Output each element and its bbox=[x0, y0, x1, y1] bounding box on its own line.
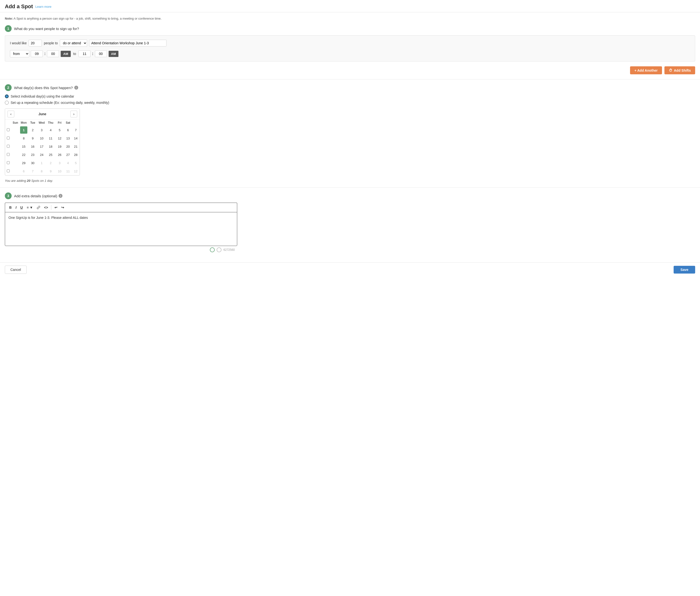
cal-day[interactable]: 25 bbox=[47, 151, 54, 158]
cal-day[interactable]: 8 bbox=[38, 168, 45, 175]
to-hour-input[interactable] bbox=[78, 50, 91, 57]
cal-day[interactable]: 10 bbox=[38, 134, 45, 142]
cal-day[interactable]: 18 bbox=[47, 143, 54, 150]
cal-day[interactable]: 4 bbox=[47, 126, 54, 134]
i-would-like-label: I would like bbox=[10, 41, 27, 45]
radio-group: Select individual day(s) using the calen… bbox=[5, 94, 695, 105]
cal-day[interactable]: 4 bbox=[65, 159, 72, 167]
code-button[interactable]: <> bbox=[43, 205, 49, 210]
cal-week-checkbox[interactable] bbox=[7, 145, 10, 148]
cal-week-checkbox[interactable] bbox=[7, 170, 10, 172]
cal-day[interactable]: 3 bbox=[38, 126, 45, 134]
from-am-button[interactable]: AM bbox=[60, 51, 71, 57]
cal-day[interactable]: 10 bbox=[56, 168, 63, 175]
step2-section: 2 What day(s) does this Spot happen? i S… bbox=[5, 84, 695, 182]
page-footer: Cancel Save bbox=[0, 263, 700, 277]
cal-week-row: 15161718192021 bbox=[5, 142, 80, 151]
cal-day[interactable]: 12 bbox=[56, 134, 63, 142]
cal-day[interactable]: 8 bbox=[20, 134, 27, 142]
people-count-input[interactable] bbox=[29, 40, 42, 47]
editor-area[interactable]: One SignUp is for June 1-3. Please atten… bbox=[5, 212, 237, 246]
cal-day[interactable]: 9 bbox=[29, 134, 36, 142]
cal-header-wed: Wed bbox=[37, 120, 46, 126]
colon2: : bbox=[92, 52, 93, 56]
cal-day[interactable]: 29 bbox=[20, 159, 27, 167]
step3-badge: 3 bbox=[5, 193, 11, 199]
cal-day[interactable]: 23 bbox=[29, 151, 36, 158]
cal-day[interactable]: 9 bbox=[47, 168, 54, 175]
to-am-button[interactable]: AM bbox=[108, 51, 119, 57]
radio-repeating[interactable] bbox=[5, 101, 9, 105]
add-another-button[interactable]: + Add Another bbox=[630, 66, 662, 74]
undo-button[interactable]: ↩ bbox=[53, 205, 58, 210]
cal-day[interactable]: 7 bbox=[29, 168, 36, 175]
cal-day[interactable]: 26 bbox=[56, 151, 63, 158]
cal-day[interactable]: 2 bbox=[47, 159, 54, 167]
description-input[interactable] bbox=[89, 40, 167, 47]
cancel-button[interactable]: Cancel bbox=[5, 266, 27, 274]
cal-day[interactable]: 3 bbox=[56, 159, 63, 167]
cal-week-checkbox[interactable] bbox=[7, 136, 10, 140]
radio-individual[interactable] bbox=[5, 94, 9, 98]
cal-day[interactable]: 22 bbox=[20, 151, 27, 158]
step1-box: I would like people to do or attend brin… bbox=[5, 35, 695, 61]
step3-info-icon[interactable]: i bbox=[58, 194, 62, 198]
add-shifts-button[interactable]: ⏱ Add Shifts bbox=[665, 66, 695, 74]
save-button[interactable]: Save bbox=[674, 266, 695, 274]
cal-day[interactable]: 20 bbox=[65, 143, 72, 150]
radio-repeating-label[interactable]: Set up a repeating schedule (Ex: occurri… bbox=[5, 101, 695, 105]
cal-week-row: 293012345 bbox=[5, 159, 80, 167]
learn-more-link[interactable]: Learn more bbox=[35, 5, 51, 8]
cal-day[interactable]: 1 bbox=[38, 159, 45, 167]
cal-day[interactable]: 5 bbox=[72, 159, 79, 167]
cal-week-row: 6789101112 bbox=[5, 167, 80, 175]
cal-next-button[interactable]: › bbox=[70, 110, 77, 117]
cal-day[interactable]: 12 bbox=[72, 168, 79, 175]
cal-day[interactable]: 11 bbox=[47, 134, 54, 142]
cal-header-thu: Thu bbox=[46, 120, 55, 126]
cal-day[interactable]: 15 bbox=[20, 143, 27, 150]
cal-day[interactable]: 24 bbox=[38, 151, 45, 158]
cal-day[interactable]: 7 bbox=[72, 126, 79, 134]
cal-month-label: June bbox=[39, 112, 47, 116]
cal-day[interactable]: 21 bbox=[72, 143, 79, 150]
cal-day[interactable]: 28 bbox=[72, 151, 79, 158]
step1-buttons: + Add Another ⏱ Add Shifts bbox=[5, 66, 695, 74]
cal-day[interactable]: 1 bbox=[20, 126, 27, 134]
from-hour-input[interactable] bbox=[31, 50, 43, 57]
cal-day[interactable]: 16 bbox=[29, 143, 36, 150]
cal-day[interactable]: 17 bbox=[38, 143, 45, 150]
bold-button[interactable]: B bbox=[8, 205, 13, 210]
cal-week-checkbox[interactable] bbox=[7, 161, 10, 164]
cal-day[interactable]: 2 bbox=[29, 126, 36, 134]
cal-day[interactable]: 14 bbox=[72, 134, 79, 142]
from-min-input[interactable] bbox=[47, 50, 59, 57]
underline-button[interactable]: U bbox=[19, 205, 24, 210]
redo-button[interactable]: ↪ bbox=[60, 205, 65, 210]
cal-day[interactable]: 30 bbox=[29, 159, 36, 167]
cal-week-row: 891011121314 bbox=[5, 134, 80, 142]
cal-day[interactable]: 6 bbox=[20, 168, 27, 175]
time-type-select[interactable]: from at none bbox=[10, 50, 29, 57]
calendar: ‹ June › Sun Mon Tue Wed Thu Fri Sat bbox=[5, 108, 80, 175]
radio-individual-label[interactable]: Select individual day(s) using the calen… bbox=[5, 94, 695, 98]
cal-day[interactable]: 6 bbox=[65, 126, 72, 134]
radio-individual-text: Select individual day(s) using the calen… bbox=[11, 94, 74, 98]
cal-prev-button[interactable]: ‹ bbox=[7, 110, 14, 117]
cal-week-row: 1234567 bbox=[5, 126, 80, 134]
step2-info-icon[interactable]: i bbox=[74, 86, 78, 90]
to-min-input[interactable] bbox=[95, 50, 107, 57]
action-select[interactable]: do or attend bring lead bbox=[60, 40, 87, 47]
link-button[interactable] bbox=[35, 205, 42, 210]
cal-day[interactable]: 27 bbox=[65, 151, 72, 158]
cal-week-checkbox[interactable] bbox=[7, 128, 10, 131]
italic-button[interactable]: I bbox=[14, 205, 18, 210]
cal-day[interactable]: 19 bbox=[56, 143, 63, 150]
cal-week-checkbox[interactable] bbox=[7, 153, 10, 156]
cal-day[interactable]: 13 bbox=[65, 134, 72, 142]
cal-day[interactable]: 5 bbox=[56, 126, 63, 134]
cal-day[interactable]: 11 bbox=[65, 168, 72, 175]
step3-question: Add extra details (optional) i bbox=[14, 194, 62, 198]
counter-icon-1 bbox=[210, 247, 215, 252]
align-button[interactable]: ≡ ▼ bbox=[25, 205, 34, 210]
